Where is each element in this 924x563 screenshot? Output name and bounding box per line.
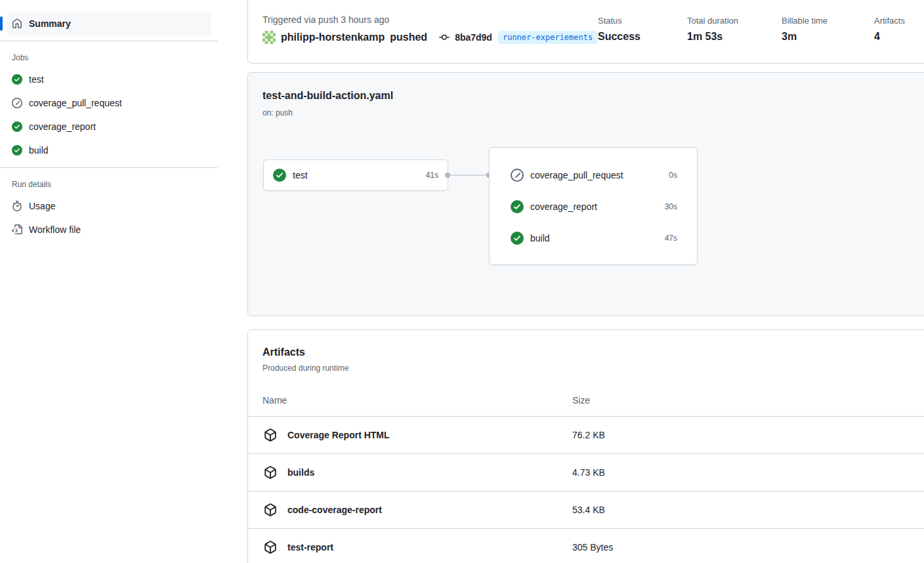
avatar[interactable] — [262, 31, 276, 44]
run-stats: Status Success Total duration 1m 53s Bil… — [598, 15, 905, 43]
success-check-icon — [511, 200, 524, 213]
workflow-graph-card: test-and-build-action.yaml on: push test… — [247, 72, 924, 316]
column-header-size: Size — [572, 395, 590, 406]
graph-node-group: coverage_pull_request 0s coverage_report… — [489, 147, 698, 265]
success-check-icon — [12, 74, 22, 85]
artifacts-card: Artifacts Produced during runtime Name S… — [247, 329, 924, 563]
artifact-row[interactable]: test-report 305 Bytes — [248, 528, 924, 563]
workflow-file-label: Workflow file — [29, 224, 81, 235]
file-code-icon — [12, 224, 22, 235]
column-header-name: Name — [262, 395, 287, 406]
artifacts-table-header: Name Size — [248, 384, 924, 416]
graph-connector-line — [448, 175, 490, 176]
run-stat: Total duration 1m 53s — [687, 15, 782, 43]
usage-label: Usage — [29, 201, 55, 211]
artifact-name: builds — [287, 467, 314, 478]
artifact-name: Coverage Report HTML — [287, 430, 390, 440]
stat-label: Billable time — [782, 15, 874, 27]
artifacts-rows: Coverage Report HTML 76.2 KB builds 4.73… — [248, 416, 924, 563]
success-check-icon — [12, 145, 22, 156]
actor-name[interactable]: philipp-horstenkamp — [281, 31, 385, 43]
event-text: pushed — [390, 31, 427, 43]
graph-group-job[interactable]: coverage_report 30s — [490, 191, 697, 222]
home-icon — [12, 18, 22, 29]
stat-value: 3m — [782, 30, 874, 43]
run-stat: Status Success — [598, 15, 687, 43]
artifacts-subtitle: Produced during runtime — [262, 364, 348, 373]
jobs-section-header: Jobs — [12, 53, 218, 62]
sidebar-item-summary[interactable]: Summary — [7, 12, 211, 35]
stat-label: Status — [598, 15, 687, 27]
graph-node-duration: 41s — [426, 171, 438, 180]
job-label: build — [29, 145, 49, 156]
push-line: philipp-horstenkamp pushed 8ba7d9d runne… — [262, 30, 598, 45]
job-label: test — [29, 74, 44, 85]
run-stat: Billable time 3m — [782, 15, 874, 43]
graph-node-duration: 0s — [669, 171, 677, 180]
graph-node-test[interactable]: test 41s — [263, 159, 448, 191]
workflow-file-name: test-and-build-action.yaml — [262, 90, 393, 102]
sidebar-divider — [0, 167, 218, 168]
stat-value: 4 — [874, 30, 905, 43]
graph-connector-dot — [445, 173, 450, 178]
skipped-icon — [12, 98, 22, 108]
package-icon — [264, 428, 277, 442]
graph-group-job[interactable]: coverage_pull_request 0s — [490, 159, 697, 191]
graph-node-label: coverage_pull_request — [530, 170, 669, 180]
commit-sha[interactable]: 8ba7d9d — [455, 32, 492, 43]
graph-node-duration: 30s — [665, 202, 677, 211]
artifact-row[interactable]: code-coverage-report 53.4 KB — [248, 491, 924, 528]
artifacts-table: Name Size Coverage Report HTML 76.2 KB — [248, 384, 924, 563]
graph-group-job[interactable]: build 47s — [490, 222, 697, 254]
stopwatch-icon — [12, 201, 22, 211]
artifact-row[interactable]: builds 4.73 KB — [248, 453, 924, 491]
triggered-text: Triggered via push 3 hours ago — [262, 14, 389, 25]
job-label: coverage_pull_request — [29, 98, 122, 108]
sidebar-job-item[interactable]: test — [0, 68, 218, 91]
artifacts-title: Artifacts — [262, 346, 305, 358]
stat-label: Total duration — [687, 15, 782, 27]
run-stat: Artifacts 4 — [874, 15, 905, 43]
artifact-size: 4.73 KB — [572, 467, 605, 478]
package-icon — [264, 503, 277, 516]
sidebar: Summary Jobs test co — [0, 0, 218, 241]
stat-label: Artifacts — [874, 15, 905, 27]
run-details-list: Usage Workflow file — [0, 194, 218, 241]
selected-indicator — [0, 16, 3, 31]
sidebar-job-item[interactable]: coverage_report — [0, 115, 218, 138]
graph-node-label: build — [530, 233, 665, 243]
success-check-icon — [273, 169, 286, 182]
artifact-row[interactable]: Coverage Report HTML 76.2 KB — [248, 416, 924, 453]
run-details-section-header: Run details — [12, 180, 218, 189]
success-check-icon — [511, 232, 524, 245]
sidebar-job-item[interactable]: coverage_pull_request — [0, 91, 218, 115]
success-check-icon — [12, 121, 22, 132]
graph-node-label: coverage_report — [530, 201, 665, 212]
artifact-size: 305 Bytes — [572, 542, 613, 553]
jobs-list: test coverage_pull_request cov — [0, 68, 218, 162]
sidebar-item-workflow-file[interactable]: Workflow file — [0, 218, 218, 241]
graph-node-duration: 47s — [665, 234, 677, 243]
job-label: coverage_report — [29, 121, 96, 132]
graph-node-label: test — [293, 170, 426, 180]
artifact-name: test-report — [287, 542, 333, 553]
run-header-card: Triggered via push 3 hours ago philipp-h… — [247, 0, 924, 64]
sidebar-divider — [0, 41, 218, 41]
stat-value: Success — [598, 30, 687, 43]
sidebar-job-item[interactable]: build — [0, 138, 218, 162]
artifact-size: 53.4 KB — [572, 505, 605, 515]
workflow-trigger: on: push — [262, 108, 293, 117]
package-icon — [264, 541, 277, 554]
package-icon — [264, 466, 277, 479]
artifact-size: 76.2 KB — [572, 430, 605, 440]
sidebar-summary-label: Summary — [29, 18, 71, 29]
branch-badge[interactable]: runner-experiements — [497, 31, 598, 44]
skipped-icon — [511, 169, 524, 182]
sidebar-item-usage[interactable]: Usage — [0, 194, 218, 218]
git-commit-icon — [439, 32, 450, 43]
artifact-name: code-coverage-report — [287, 505, 382, 515]
stat-value: 1m 53s — [687, 30, 782, 43]
